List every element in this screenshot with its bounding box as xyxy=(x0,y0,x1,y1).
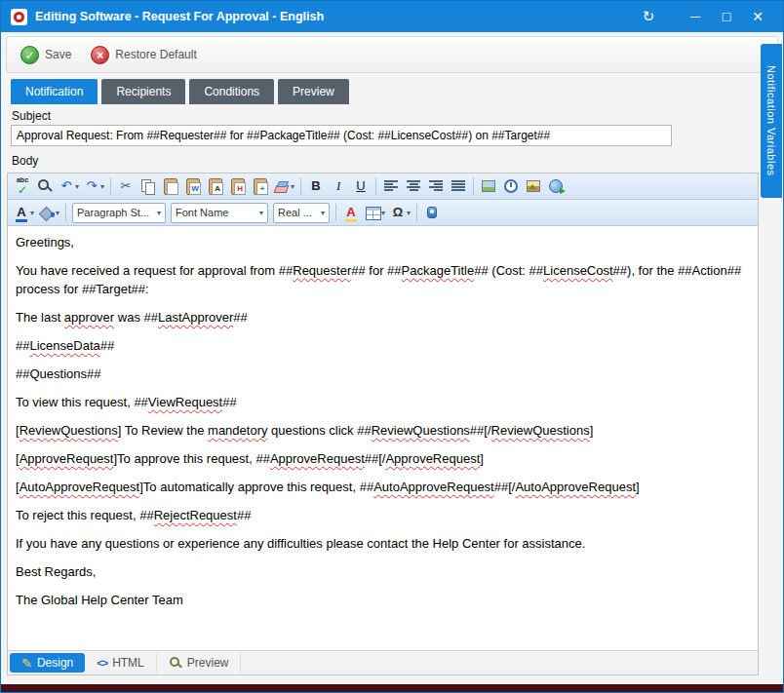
editor-toolbar-row1: ↶▾↷▾✂▾BIU xyxy=(8,173,758,200)
tab-design-label: Design xyxy=(37,656,73,670)
window-body: ✓ Save × Restore Default Notification Re… xyxy=(1,32,783,692)
pencil-icon: ✎ xyxy=(21,656,32,671)
refresh-icon[interactable]: ↻ xyxy=(633,4,664,29)
bold-icon[interactable]: B xyxy=(305,175,327,197)
insert-photo-icon xyxy=(526,178,541,194)
restore-default-button[interactable]: × Restore Default xyxy=(81,40,206,69)
body-label: Body xyxy=(12,154,38,168)
toolbar-separator xyxy=(110,177,111,195)
justify-icon[interactable] xyxy=(448,175,469,197)
restore-x-icon: × xyxy=(91,46,109,64)
find-icon xyxy=(37,178,53,194)
tab-html[interactable]: <> HTML xyxy=(85,653,157,673)
align-left-icon xyxy=(383,178,399,194)
font-size-select[interactable]: Real ...▾ xyxy=(273,203,330,223)
underline-icon[interactable]: U xyxy=(350,175,372,197)
paste-icon xyxy=(163,178,178,194)
text-highlight-icon[interactable]: A xyxy=(340,202,362,223)
undo-icon[interactable]: ↶▾ xyxy=(57,175,81,197)
table-icon[interactable]: ▾ xyxy=(363,202,387,223)
chevron-down-icon: ▾ xyxy=(157,209,161,217)
paragraph-style-select[interactable]: Paragraph St...▾ xyxy=(72,203,166,223)
body-paragraph: To reject this request, ##RejectRequest#… xyxy=(16,506,750,524)
insert-link-icon[interactable] xyxy=(545,175,567,197)
body-paragraph: [AutoApproveRequest]To automatically app… xyxy=(16,478,750,496)
italic-icon[interactable]: I xyxy=(328,175,349,197)
align-right-icon[interactable] xyxy=(425,175,447,197)
insert-photo-icon[interactable] xyxy=(523,175,544,197)
body-paragraph: [ReviewQuestions] To Review the mandetor… xyxy=(16,421,750,440)
redo-icon[interactable]: ↷▾ xyxy=(82,175,106,197)
paste-icon[interactable] xyxy=(160,175,181,197)
maximize-icon[interactable]: □ xyxy=(711,4,742,29)
subject-input[interactable] xyxy=(11,125,672,146)
body-paragraph: Best Regards, xyxy=(16,562,750,581)
paste-plain-text-icon[interactable] xyxy=(205,175,226,197)
align-right-icon xyxy=(428,178,444,194)
close-icon[interactable]: ✕ xyxy=(742,4,773,29)
cut-icon[interactable]: ✂ xyxy=(115,175,137,197)
symbol-icon: Ω xyxy=(390,205,406,220)
spellcheck-icon xyxy=(15,178,30,194)
save-check-icon: ✓ xyxy=(20,46,39,64)
code-icon: <> xyxy=(97,657,107,669)
chevron-down-icon: ▾ xyxy=(100,182,104,191)
chevron-down-icon: ▾ xyxy=(407,209,411,217)
view-tab-bar: ✎ Design <> HTML Preview xyxy=(8,650,758,674)
body-paragraph: [ApproveRequest]To approve this request,… xyxy=(16,449,750,468)
find-icon[interactable] xyxy=(34,175,56,197)
chevron-down-icon: ▾ xyxy=(56,209,59,217)
save-button-label: Save xyxy=(45,48,71,61)
cut-icon: ✂ xyxy=(118,178,134,194)
format-painter-icon[interactable]: ▾ xyxy=(272,175,296,197)
body-paragraph: ##LicenseData## xyxy=(16,336,750,355)
align-left-icon[interactable] xyxy=(380,175,402,197)
underline-icon: U xyxy=(353,178,369,194)
font-name-select-value: Font Name xyxy=(176,207,259,218)
text-highlight-icon: A xyxy=(343,205,359,220)
insert-object-icon xyxy=(424,205,440,220)
toolbar-separator xyxy=(473,177,474,195)
save-button[interactable]: ✓ Save xyxy=(11,40,81,69)
copy-icon[interactable] xyxy=(137,175,159,197)
insert-time-icon[interactable] xyxy=(500,175,522,197)
spellcheck-icon[interactable] xyxy=(12,175,33,197)
tab-notification[interactable]: Notification xyxy=(11,79,98,104)
font-name-select[interactable]: Font Name▾ xyxy=(171,203,268,223)
tab-recipients[interactable]: Recipients xyxy=(101,79,185,104)
paste-as-html-icon[interactable] xyxy=(227,175,249,197)
app-window: Editing Software - Request For Approval … xyxy=(0,0,784,693)
insert-time-icon xyxy=(503,178,519,194)
toolbar-separator xyxy=(65,204,66,221)
tab-html-label: HTML xyxy=(112,656,144,670)
tab-preview-view[interactable]: Preview xyxy=(157,653,242,673)
symbol-icon[interactable]: Ω▾ xyxy=(388,202,412,223)
copy-icon xyxy=(140,178,156,194)
bold-icon: B xyxy=(308,178,324,194)
window-title: Editing Software - Request For Approval … xyxy=(35,10,324,23)
font-color-icon: A xyxy=(14,205,29,220)
align-center-icon xyxy=(406,178,421,194)
insert-image-icon[interactable] xyxy=(478,175,499,197)
body-paragraph: You have received a request for approval… xyxy=(16,261,750,298)
align-center-icon[interactable] xyxy=(403,175,424,197)
editor-body[interactable]: Greetings,You have received a request fo… xyxy=(8,226,758,650)
tab-preview[interactable]: Preview xyxy=(278,79,349,104)
paste-special-icon[interactable] xyxy=(250,175,271,197)
tab-conditions[interactable]: Conditions xyxy=(189,79,274,104)
tab-design[interactable]: ✎ Design xyxy=(10,653,85,673)
insert-image-icon xyxy=(481,178,496,194)
command-toolbar: ✓ Save × Restore Default xyxy=(6,36,778,73)
insert-object-icon[interactable] xyxy=(421,202,443,223)
notification-variables-tab[interactable]: Notification Variables xyxy=(761,44,782,198)
fill-color-icon[interactable]: ▾ xyxy=(37,202,61,223)
toolbar-separator xyxy=(300,177,301,195)
body-paragraph: The last approver was ##LastApprover## xyxy=(16,308,750,327)
toolbar-separator xyxy=(416,204,417,221)
insert-link-icon xyxy=(548,178,564,194)
magnifier-icon xyxy=(169,656,182,670)
font-color-icon[interactable]: A▾ xyxy=(12,202,36,223)
minimize-icon[interactable]: ─ xyxy=(680,4,711,29)
paste-from-word-icon[interactable] xyxy=(182,175,204,197)
paragraph-style-select-value: Paragraph St... xyxy=(77,207,157,218)
